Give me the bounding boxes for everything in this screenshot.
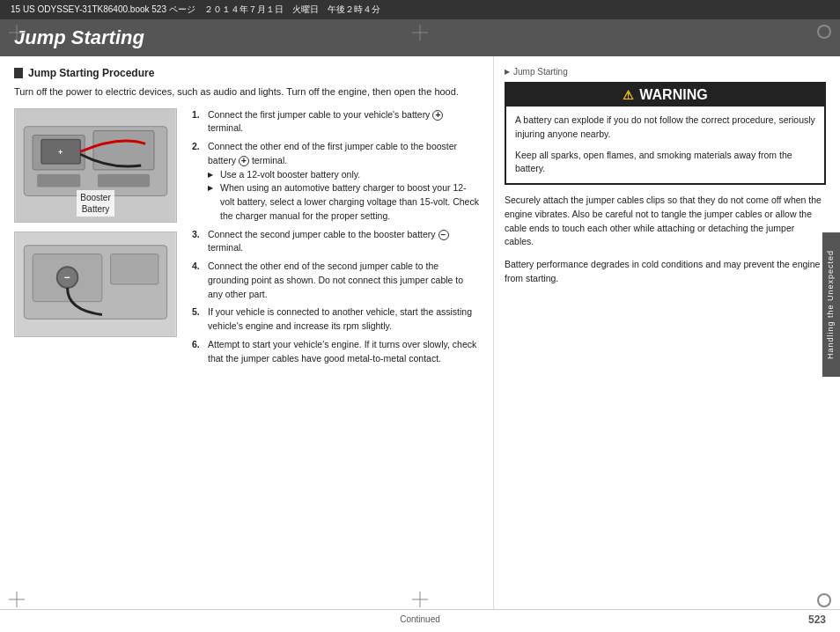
section-heading-text: Jump Starting Procedure bbox=[28, 67, 154, 79]
warning-box: ⚠ WARNING A battery can explode if you d… bbox=[505, 82, 826, 185]
right-body-text-2: Battery performance degrades in cold con… bbox=[505, 258, 826, 286]
images-column: + Booster Battery bbox=[14, 108, 181, 371]
step-1: Connect the first jumper cable to your v… bbox=[192, 108, 479, 136]
two-col-layout: + Booster Battery bbox=[14, 108, 479, 371]
footer: Continued 523 bbox=[0, 609, 840, 628]
warning-title-text: WARNING bbox=[639, 87, 707, 103]
warning-text-body: A battery can explode if you do not foll… bbox=[515, 114, 815, 176]
warning-title: ⚠ WARNING bbox=[506, 84, 824, 107]
step-2: Connect the other end of the first jumpe… bbox=[192, 140, 479, 224]
plus-symbol-1: + bbox=[432, 110, 443, 121]
svg-rect-5 bbox=[98, 173, 150, 187]
right-section-label: Jump Starting bbox=[505, 67, 826, 77]
steps-column: Connect the first jumper cable to your v… bbox=[192, 108, 479, 371]
step-2-sub-1: Use a 12-volt booster battery only. bbox=[208, 168, 479, 182]
step-5: If your vehicle is connected to another … bbox=[192, 305, 479, 334]
header-text: 15 US ODYSSEY-31TK86400.book 523 ページ ２０１… bbox=[11, 4, 380, 16]
footer-continued: Continued bbox=[400, 614, 440, 624]
page-title: Jump Starting bbox=[14, 26, 826, 49]
warning-triangle-icon: ⚠ bbox=[623, 88, 634, 102]
step-6: Attempt to start your vehicle's engine. … bbox=[192, 338, 479, 366]
left-column: Jump Starting Procedure Turn off the pow… bbox=[0, 56, 493, 609]
engine-image-1: + Booster Battery bbox=[14, 108, 177, 223]
step-3: Connect the second jumper cable to the b… bbox=[192, 228, 479, 256]
intro-text: Turn off the power to electric devices, … bbox=[14, 85, 479, 99]
svg-rect-11 bbox=[111, 254, 158, 283]
section-heading: Jump Starting Procedure bbox=[14, 67, 479, 79]
step-4: Connect the other end of the second jump… bbox=[192, 260, 479, 301]
right-body-text-1: Securely attach the jumper cables clips … bbox=[505, 194, 826, 249]
image1-label: Booster Battery bbox=[77, 190, 114, 217]
right-section-label-text: Jump Starting bbox=[513, 67, 568, 77]
main-content: Jump Starting Procedure Turn off the pow… bbox=[0, 56, 840, 609]
svg-rect-4 bbox=[37, 173, 80, 187]
plus-symbol-2: + bbox=[239, 156, 249, 166]
title-section: Jump Starting bbox=[0, 19, 840, 56]
warning-text-1: A battery can explode if you do not foll… bbox=[515, 114, 815, 142]
header-bar: 15 US ODYSSEY-31TK86400.book 523 ページ ２０１… bbox=[0, 0, 840, 19]
svg-text:−: − bbox=[64, 271, 70, 283]
steps-list: Connect the first jumper cable to your v… bbox=[192, 108, 479, 366]
minus-symbol-1: − bbox=[438, 230, 449, 240]
warning-text-2: Keep all sparks, open flames, and smokin… bbox=[515, 149, 815, 177]
step-2-sub-2: When using an automotive battery charger… bbox=[208, 181, 479, 223]
side-tab: Handling the Unexpected bbox=[822, 232, 840, 377]
svg-text:+: + bbox=[58, 148, 63, 157]
engine-image-2: − bbox=[14, 231, 177, 337]
footer-page-number: 523 bbox=[808, 614, 826, 626]
right-column: Jump Starting ⚠ WARNING A battery can ex… bbox=[493, 56, 840, 609]
